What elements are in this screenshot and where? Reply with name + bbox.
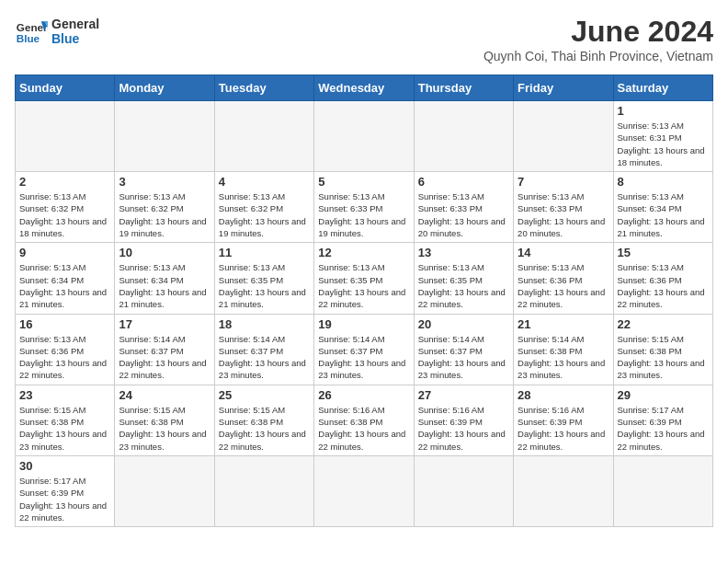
day-info: Sunrise: 5:15 AM Sunset: 6:38 PM Dayligh… — [119, 404, 210, 453]
day-number: 1 — [618, 104, 709, 118]
weekday-header-sunday: Sunday — [16, 75, 115, 101]
day-info: Sunrise: 5:16 AM Sunset: 6:38 PM Dayligh… — [318, 404, 409, 453]
day-cell — [214, 455, 313, 526]
day-number: 5 — [318, 175, 409, 189]
day-cell: 28Sunrise: 5:16 AM Sunset: 6:39 PM Dayli… — [514, 385, 613, 455]
day-info: Sunrise: 5:14 AM Sunset: 6:37 PM Dayligh… — [119, 333, 210, 382]
day-cell: 15Sunrise: 5:13 AM Sunset: 6:36 PM Dayli… — [613, 243, 712, 314]
day-cell — [16, 101, 115, 172]
day-info: Sunrise: 5:13 AM Sunset: 6:36 PM Dayligh… — [19, 333, 110, 382]
day-number: 14 — [518, 246, 609, 259]
day-cell: 19Sunrise: 5:14 AM Sunset: 6:37 PM Dayli… — [314, 314, 414, 385]
day-info: Sunrise: 5:13 AM Sunset: 6:35 PM Dayligh… — [219, 261, 310, 310]
day-info: Sunrise: 5:13 AM Sunset: 6:36 PM Dayligh… — [618, 261, 709, 310]
day-number: 16 — [19, 317, 110, 331]
weekday-header-wednesday: Wednesday — [314, 75, 414, 101]
day-number: 12 — [318, 246, 409, 259]
day-cell: 22Sunrise: 5:15 AM Sunset: 6:38 PM Dayli… — [613, 314, 712, 385]
day-info: Sunrise: 5:13 AM Sunset: 6:33 PM Dayligh… — [518, 190, 609, 239]
day-cell: 12Sunrise: 5:13 AM Sunset: 6:35 PM Dayli… — [314, 243, 414, 314]
week-row-5: 23Sunrise: 5:15 AM Sunset: 6:38 PM Dayli… — [16, 385, 713, 455]
day-number: 8 — [618, 175, 709, 189]
day-cell: 11Sunrise: 5:13 AM Sunset: 6:35 PM Dayli… — [214, 243, 313, 314]
day-cell: 18Sunrise: 5:14 AM Sunset: 6:37 PM Dayli… — [214, 314, 313, 385]
day-info: Sunrise: 5:13 AM Sunset: 6:32 PM Dayligh… — [119, 190, 210, 239]
day-info: Sunrise: 5:13 AM Sunset: 6:32 PM Dayligh… — [19, 190, 110, 239]
day-number: 28 — [518, 388, 609, 402]
day-number: 10 — [119, 246, 210, 259]
day-cell — [414, 101, 513, 172]
svg-text:Blue: Blue — [17, 32, 40, 44]
location-subtitle: Quynh Coi, Thai Binh Province, Vietnam — [483, 49, 713, 63]
day-cell: 3Sunrise: 5:13 AM Sunset: 6:32 PM Daylig… — [115, 172, 214, 243]
day-number: 3 — [119, 175, 210, 189]
day-info: Sunrise: 5:13 AM Sunset: 6:34 PM Dayligh… — [618, 190, 709, 239]
day-info: Sunrise: 5:17 AM Sunset: 6:39 PM Dayligh… — [618, 404, 709, 453]
day-number: 4 — [219, 175, 310, 189]
day-number: 9 — [19, 246, 110, 259]
day-info: Sunrise: 5:13 AM Sunset: 6:34 PM Dayligh… — [119, 261, 210, 310]
day-info: Sunrise: 5:14 AM Sunset: 6:37 PM Dayligh… — [418, 333, 509, 382]
day-cell: 20Sunrise: 5:14 AM Sunset: 6:37 PM Dayli… — [414, 314, 513, 385]
day-number: 7 — [518, 175, 609, 189]
day-number: 22 — [618, 317, 709, 331]
day-info: Sunrise: 5:13 AM Sunset: 6:31 PM Dayligh… — [618, 120, 709, 168]
day-number: 17 — [119, 317, 210, 331]
day-cell: 9Sunrise: 5:13 AM Sunset: 6:34 PM Daylig… — [16, 243, 115, 314]
day-cell: 29Sunrise: 5:17 AM Sunset: 6:39 PM Dayli… — [613, 385, 712, 455]
day-number: 15 — [618, 246, 709, 259]
title-area: June 2024 Quynh Coi, Thai Binh Province,… — [483, 15, 713, 63]
day-cell — [115, 455, 214, 526]
day-number: 6 — [418, 175, 509, 189]
day-info: Sunrise: 5:16 AM Sunset: 6:39 PM Dayligh… — [518, 404, 609, 453]
day-number: 24 — [119, 388, 210, 402]
day-info: Sunrise: 5:13 AM Sunset: 6:34 PM Dayligh… — [19, 261, 110, 310]
day-cell — [214, 101, 313, 172]
day-number: 26 — [318, 388, 409, 402]
day-info: Sunrise: 5:15 AM Sunset: 6:38 PM Dayligh… — [19, 404, 110, 453]
day-number: 13 — [418, 246, 509, 259]
week-row-2: 2Sunrise: 5:13 AM Sunset: 6:32 PM Daylig… — [16, 172, 713, 243]
day-cell — [414, 455, 513, 526]
day-number: 29 — [618, 388, 709, 402]
weekday-header-monday: Monday — [115, 75, 214, 101]
day-cell — [514, 455, 613, 526]
day-cell: 17Sunrise: 5:14 AM Sunset: 6:37 PM Dayli… — [115, 314, 214, 385]
day-cell: 8Sunrise: 5:13 AM Sunset: 6:34 PM Daylig… — [613, 172, 712, 243]
day-info: Sunrise: 5:14 AM Sunset: 6:37 PM Dayligh… — [318, 333, 409, 382]
day-cell: 14Sunrise: 5:13 AM Sunset: 6:36 PM Dayli… — [514, 243, 613, 314]
day-number: 20 — [418, 317, 509, 331]
day-info: Sunrise: 5:13 AM Sunset: 6:33 PM Dayligh… — [418, 190, 509, 239]
day-cell: 27Sunrise: 5:16 AM Sunset: 6:39 PM Dayli… — [414, 385, 513, 455]
day-number: 23 — [19, 388, 110, 402]
day-cell — [314, 455, 414, 526]
day-info: Sunrise: 5:16 AM Sunset: 6:39 PM Dayligh… — [418, 404, 509, 453]
week-row-3: 9Sunrise: 5:13 AM Sunset: 6:34 PM Daylig… — [16, 243, 713, 314]
day-cell: 6Sunrise: 5:13 AM Sunset: 6:33 PM Daylig… — [414, 172, 513, 243]
day-cell: 4Sunrise: 5:13 AM Sunset: 6:32 PM Daylig… — [214, 172, 313, 243]
day-cell: 16Sunrise: 5:13 AM Sunset: 6:36 PM Dayli… — [16, 314, 115, 385]
calendar-table: SundayMondayTuesdayWednesdayThursdayFrid… — [15, 75, 713, 527]
day-cell: 2Sunrise: 5:13 AM Sunset: 6:32 PM Daylig… — [16, 172, 115, 243]
month-year-title: June 2024 — [483, 15, 713, 49]
day-cell: 26Sunrise: 5:16 AM Sunset: 6:38 PM Dayli… — [314, 385, 414, 455]
week-row-4: 16Sunrise: 5:13 AM Sunset: 6:36 PM Dayli… — [16, 314, 713, 385]
day-info: Sunrise: 5:13 AM Sunset: 6:33 PM Dayligh… — [318, 190, 409, 239]
day-info: Sunrise: 5:15 AM Sunset: 6:38 PM Dayligh… — [618, 333, 709, 382]
day-cell — [115, 101, 214, 172]
day-cell: 13Sunrise: 5:13 AM Sunset: 6:35 PM Dayli… — [414, 243, 513, 314]
day-cell: 30Sunrise: 5:17 AM Sunset: 6:39 PM Dayli… — [16, 455, 115, 526]
day-cell: 7Sunrise: 5:13 AM Sunset: 6:33 PM Daylig… — [514, 172, 613, 243]
day-info: Sunrise: 5:13 AM Sunset: 6:36 PM Dayligh… — [518, 261, 609, 310]
day-cell: 5Sunrise: 5:13 AM Sunset: 6:33 PM Daylig… — [314, 172, 414, 243]
day-info: Sunrise: 5:13 AM Sunset: 6:32 PM Dayligh… — [219, 190, 310, 239]
day-number: 25 — [219, 388, 310, 402]
day-number: 2 — [19, 175, 110, 189]
week-row-6: 30Sunrise: 5:17 AM Sunset: 6:39 PM Dayli… — [16, 455, 713, 526]
weekday-header-thursday: Thursday — [414, 75, 513, 101]
day-number: 11 — [219, 246, 310, 259]
weekday-header-saturday: Saturday — [613, 75, 712, 101]
day-number: 30 — [19, 459, 110, 473]
day-cell — [514, 101, 613, 172]
day-cell: 25Sunrise: 5:15 AM Sunset: 6:38 PM Dayli… — [214, 385, 313, 455]
